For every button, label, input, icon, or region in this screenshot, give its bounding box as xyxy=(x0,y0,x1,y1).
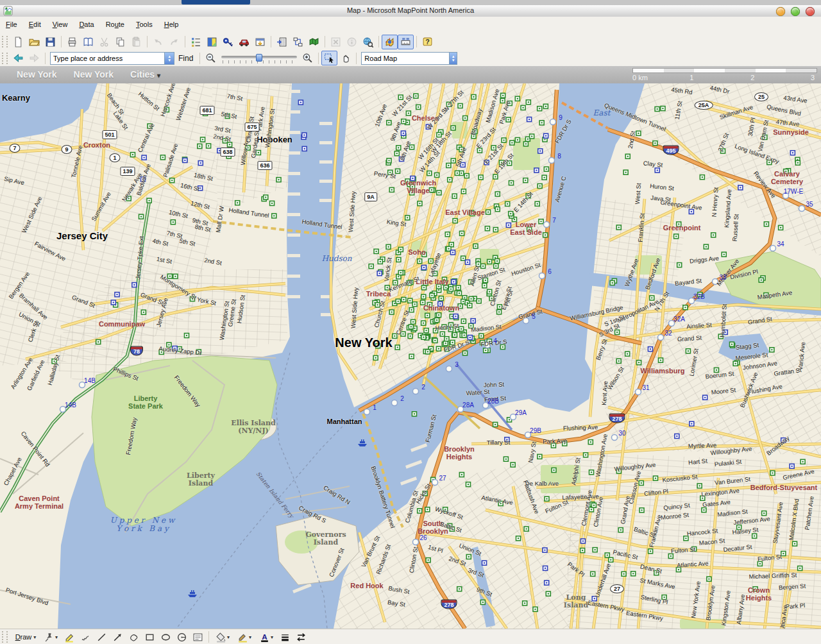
map-style-combobox[interactable]: ▲▼ xyxy=(361,52,457,65)
print-preview-icon[interactable] xyxy=(80,35,96,49)
menu-data[interactable]: Data xyxy=(73,17,99,28)
line-style-icon[interactable] xyxy=(277,630,293,644)
title-bar[interactable]: Map - Microsoft MapPoint North America xyxy=(0,5,821,17)
redo-icon[interactable] xyxy=(166,35,182,49)
pushpin-green xyxy=(686,349,690,353)
pushpin-green xyxy=(448,178,452,182)
export-excel-icon[interactable] xyxy=(328,35,344,49)
pushpin-green xyxy=(654,476,658,480)
line-color-icon[interactable]: ▾ xyxy=(233,630,255,644)
pushpin-green xyxy=(453,219,457,223)
pushpin-green xyxy=(425,507,430,512)
forward-button[interactable] xyxy=(26,51,42,65)
map-scale-bar: 0 km123 xyxy=(632,68,817,82)
route-planner-icon[interactable] xyxy=(236,35,252,49)
radius-circle-icon[interactable] xyxy=(174,630,190,644)
link-data-icon[interactable] xyxy=(290,35,306,49)
import-data-icon[interactable] xyxy=(274,35,290,49)
zoom-slider-thumb[interactable] xyxy=(256,54,262,62)
zoom-in-button[interactable] xyxy=(300,51,316,65)
territory-icon[interactable] xyxy=(306,35,322,49)
tab-new-york[interactable]: New York xyxy=(74,69,114,80)
oval-icon[interactable] xyxy=(158,630,174,644)
pushpin-green xyxy=(605,553,609,557)
print-icon[interactable] xyxy=(64,35,80,49)
toolbar-grip[interactable] xyxy=(2,53,8,64)
pushpin-green xyxy=(477,148,482,153)
menu-tools[interactable]: Tools xyxy=(130,17,158,28)
pushpin-blue xyxy=(198,161,203,165)
help-icon[interactable]: ? xyxy=(419,35,436,49)
freeform-icon[interactable] xyxy=(126,630,142,644)
find-input[interactable] xyxy=(51,53,164,64)
pushpin-green xyxy=(707,577,711,581)
zoom-out-button[interactable] xyxy=(203,51,219,65)
pushpin-green xyxy=(461,189,466,194)
position-scale-icon[interactable] xyxy=(398,35,414,49)
arrows-swap-icon[interactable] xyxy=(293,630,309,644)
open-icon[interactable] xyxy=(26,35,42,49)
pushpin-green xyxy=(228,142,232,147)
back-button[interactable] xyxy=(10,51,26,65)
pushpin-green xyxy=(427,171,432,176)
menu-help[interactable]: Help xyxy=(158,17,185,28)
window-export-icon[interactable] xyxy=(252,35,268,49)
cut-icon[interactable] xyxy=(96,35,112,49)
pushpin-green xyxy=(781,552,786,556)
paste-icon[interactable] xyxy=(128,35,144,49)
undo-icon[interactable] xyxy=(150,35,166,49)
pushpin-green xyxy=(173,274,178,278)
menu-file[interactable]: File xyxy=(0,17,23,28)
pushpin-green xyxy=(542,175,546,180)
svg-text:?: ? xyxy=(425,37,429,45)
close-button[interactable] xyxy=(806,7,815,16)
tab-cities[interactable]: Cities ▾ xyxy=(130,69,160,80)
data-mapping-icon[interactable] xyxy=(204,35,220,49)
line-icon[interactable] xyxy=(94,630,110,644)
minimize-button[interactable] xyxy=(776,7,785,16)
highlight-icon[interactable] xyxy=(62,630,78,644)
find-button[interactable]: Find xyxy=(178,54,193,63)
menu-view[interactable]: View xyxy=(47,17,74,28)
pushpin-green xyxy=(449,287,453,291)
copy-icon[interactable] xyxy=(112,35,128,49)
pushpin-green xyxy=(369,264,373,269)
rectangle-icon[interactable] xyxy=(142,630,158,644)
draw-menu-button[interactable]: Draw▾ xyxy=(10,630,40,644)
map-canvas[interactable]: KearnyHobokenJersey CityNew YorkManhatta… xyxy=(0,83,821,629)
font-color-icon[interactable]: A▾ xyxy=(255,630,277,644)
insert-info-icon[interactable] xyxy=(344,35,360,49)
text-box-icon[interactable] xyxy=(190,630,206,644)
toolbar-grip[interactable] xyxy=(2,631,8,643)
spinner-icon[interactable]: ▲▼ xyxy=(449,53,457,64)
pushpin-green xyxy=(702,508,706,513)
pushpin-blue xyxy=(377,271,382,276)
menu-edit[interactable]: Edit xyxy=(23,17,47,28)
scale-segment xyxy=(694,69,725,72)
toolbar-grip[interactable] xyxy=(2,36,8,47)
map-style-value[interactable] xyxy=(362,53,449,64)
pushpin-green xyxy=(463,351,468,355)
zoom-slider[interactable] xyxy=(221,53,297,64)
pushpin-icon[interactable]: ▾ xyxy=(40,630,62,644)
menu-route[interactable]: Route xyxy=(100,17,130,28)
find-combobox[interactable]: ▲▼ xyxy=(50,52,174,65)
new-icon[interactable] xyxy=(10,35,26,49)
pan-tool-button[interactable] xyxy=(337,51,353,65)
location-sensor-icon[interactable] xyxy=(382,35,398,49)
pushpin-green xyxy=(469,280,473,284)
pushpin-green xyxy=(422,252,427,257)
pushpin-green xyxy=(469,323,473,328)
arrow-icon[interactable] xyxy=(110,630,126,644)
pushpin-green xyxy=(543,233,548,237)
find-nearby-icon[interactable] xyxy=(220,35,236,49)
select-tool-button[interactable] xyxy=(321,51,337,65)
scribble-icon[interactable] xyxy=(78,630,94,644)
tab-new-york[interactable]: New York xyxy=(17,69,57,80)
spinner-icon[interactable]: ▲▼ xyxy=(164,53,174,64)
legend-icon[interactable] xyxy=(188,35,204,49)
zoom-button[interactable] xyxy=(791,7,800,16)
web-search-icon[interactable] xyxy=(360,35,376,49)
fill-color-icon[interactable]: ▾ xyxy=(212,630,233,644)
save-icon[interactable] xyxy=(42,35,58,49)
